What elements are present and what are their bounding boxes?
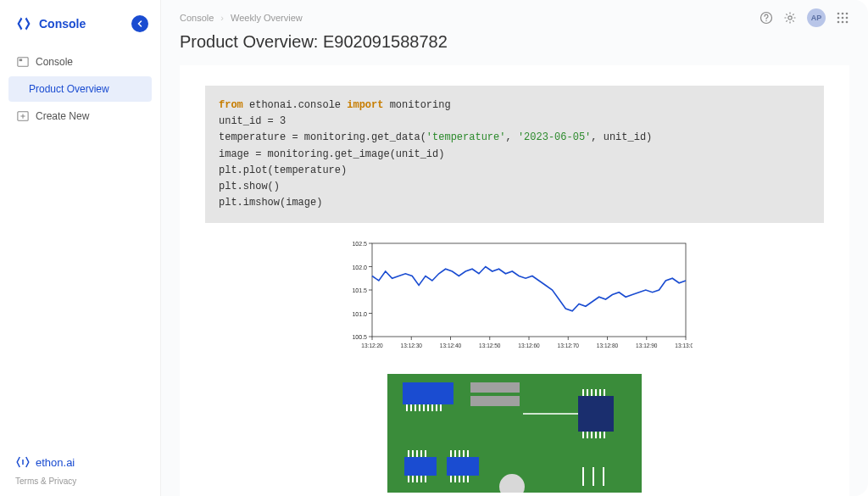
chevron-left-icon	[136, 20, 144, 28]
svg-point-7	[842, 13, 844, 15]
sidebar-nav: Console Product Overview Create New	[0, 49, 160, 454]
brand-name: Console	[39, 17, 86, 31]
chart: 100.5101.0101.5102.0102.513:12:2013:12:3…	[205, 238, 824, 357]
console-icon	[17, 56, 29, 68]
content-panel: from ethonai.console import monitoring u…	[180, 65, 849, 496]
svg-rect-15	[372, 243, 686, 337]
svg-text:13:12:50: 13:12:50	[479, 343, 501, 348]
svg-point-12	[837, 21, 840, 24]
svg-text:13:12:80: 13:12:80	[597, 343, 619, 348]
main-content: Console › Weekly Overview AP Product Ove…	[161, 0, 868, 496]
svg-text:13:13:00: 13:13:00	[675, 343, 693, 348]
sidebar-item-create-new[interactable]: Create New	[8, 103, 152, 129]
code-block: from ethonai.console import monitoring u…	[205, 86, 824, 223]
svg-point-13	[842, 21, 844, 24]
svg-point-4	[765, 20, 766, 21]
apps-grid-icon[interactable]	[836, 11, 849, 25]
svg-point-11	[846, 17, 849, 20]
svg-point-6	[837, 13, 840, 15]
svg-rect-1	[19, 59, 23, 62]
topbar-actions: AP	[760, 8, 849, 27]
sidebar-item-label: Console	[36, 56, 73, 68]
svg-text:13:12:60: 13:12:60	[518, 343, 540, 348]
svg-text:102.5: 102.5	[352, 241, 367, 247]
create-new-icon	[17, 110, 29, 122]
sidebar-item-console[interactable]: Console	[8, 49, 152, 75]
svg-rect-0	[18, 58, 28, 67]
svg-text:13:12:40: 13:12:40	[440, 343, 462, 348]
svg-point-5	[788, 16, 792, 20]
footer-brand-text: ethon.ai	[36, 456, 75, 469]
topbar: Console › Weekly Overview AP	[161, 0, 868, 27]
pcb-image	[205, 374, 824, 493]
brand: Console	[15, 15, 86, 32]
collapse-sidebar-button[interactable]	[131, 15, 148, 32]
footer-brand: ethon.ai	[15, 454, 145, 470]
help-icon[interactable]	[760, 11, 773, 25]
svg-text:101.5: 101.5	[352, 287, 367, 293]
page-title: Product Overview: E902091588782	[180, 32, 849, 52]
svg-text:102.0: 102.0	[352, 265, 367, 270]
svg-text:100.5: 100.5	[352, 334, 367, 340]
svg-text:13:12:20: 13:12:20	[361, 343, 383, 348]
sidebar-item-product-overview[interactable]: Product Overview	[8, 76, 152, 102]
gear-icon[interactable]	[783, 11, 797, 25]
svg-text:13:12:90: 13:12:90	[636, 343, 658, 348]
line-chart: 100.5101.0101.5102.0102.513:12:2013:12:3…	[337, 238, 693, 357]
sidebar-item-label: Product Overview	[29, 83, 109, 95]
chevron-right-icon: ›	[220, 13, 224, 23]
svg-text:13:12:30: 13:12:30	[401, 343, 423, 348]
sidebar-footer: ethon.ai Terms & Privacy	[0, 454, 160, 486]
breadcrumb-item[interactable]: Weekly Overview	[231, 13, 303, 23]
svg-point-14	[846, 21, 849, 24]
svg-text:13:12:70: 13:12:70	[558, 343, 580, 348]
title-row: Product Overview: E902091588782	[161, 27, 868, 65]
avatar[interactable]: AP	[807, 8, 826, 27]
svg-point-10	[842, 17, 844, 20]
svg-text:101.0: 101.0	[352, 311, 367, 317]
footer-brand-icon	[15, 454, 31, 470]
svg-point-9	[837, 17, 840, 20]
brand-logo-icon	[15, 15, 32, 32]
sidebar-header: Console	[0, 15, 160, 32]
sidebar: Console Console Product Overview Create …	[0, 0, 161, 496]
svg-point-8	[846, 13, 849, 15]
breadcrumb: Console › Weekly Overview	[180, 13, 303, 23]
sidebar-item-label: Create New	[36, 110, 89, 122]
breadcrumb-item[interactable]: Console	[180, 13, 214, 23]
footer-links[interactable]: Terms & Privacy	[15, 476, 145, 486]
